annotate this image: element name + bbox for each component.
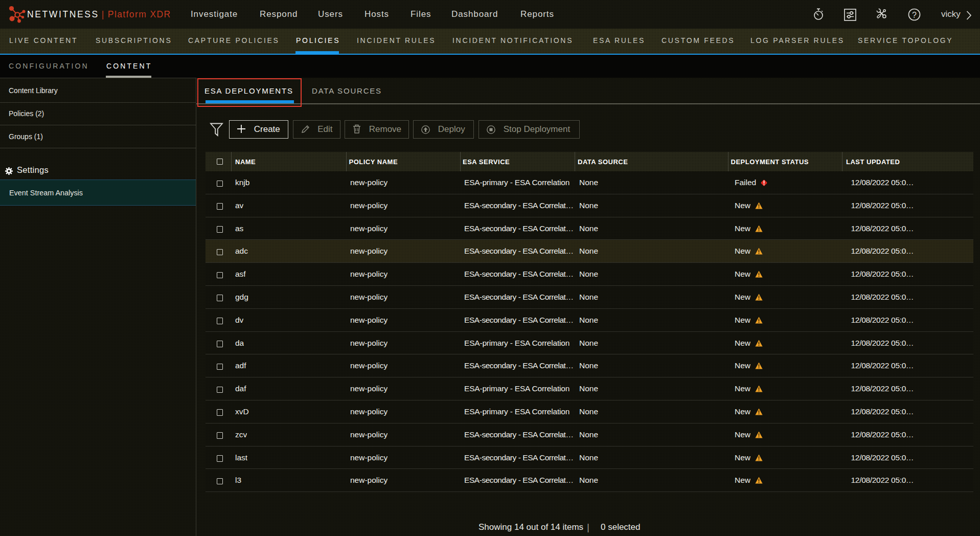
svg-text:?: ? [912, 11, 917, 19]
